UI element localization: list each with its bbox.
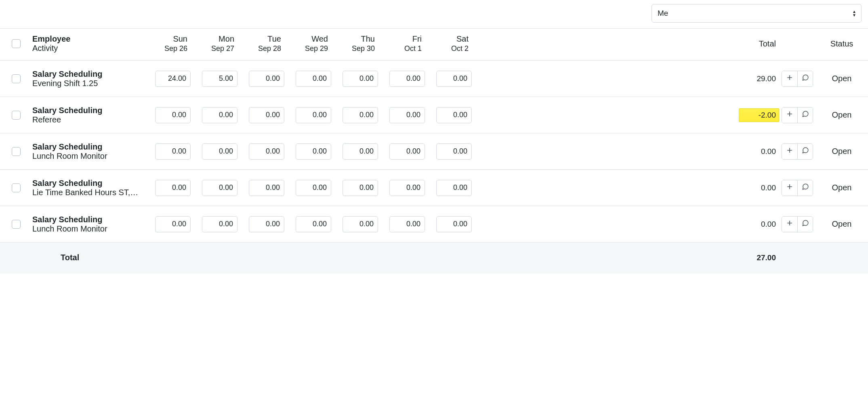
comment-button[interactable]: [797, 144, 813, 159]
add-button[interactable]: [782, 144, 797, 159]
row-actions: [779, 107, 815, 123]
hours-cell: [384, 71, 431, 87]
hours-input[interactable]: [389, 216, 425, 232]
hours-input[interactable]: [202, 71, 237, 87]
hours-input[interactable]: [343, 180, 378, 196]
hours-cell: [196, 216, 243, 232]
employee-filter-select[interactable]: Me ▲▼: [652, 4, 862, 23]
hours-cell: [431, 71, 477, 87]
comment-button[interactable]: [797, 217, 813, 232]
row-actions: [779, 143, 815, 160]
comment-button[interactable]: [797, 71, 813, 86]
hours-input[interactable]: [249, 71, 284, 87]
hours-input[interactable]: [249, 180, 284, 196]
hours-input[interactable]: [343, 107, 378, 123]
table-row: Salary SchedulingLunch Room Monitor0.00O…: [0, 133, 868, 170]
header-dow: Sun: [149, 34, 187, 44]
hours-cell: [149, 216, 196, 232]
comment-icon: [802, 74, 809, 83]
comment-button[interactable]: [797, 107, 813, 123]
row-checkbox[interactable]: [12, 74, 21, 83]
footer-total-value: 27.00: [739, 253, 779, 262]
header-date: Sep 27: [196, 44, 234, 53]
hours-input[interactable]: [296, 180, 331, 196]
hours-input[interactable]: [155, 216, 191, 232]
hours-input[interactable]: [249, 143, 284, 160]
hours-cell: [149, 143, 196, 160]
add-button[interactable]: [782, 107, 797, 123]
hours-cell: [290, 71, 337, 87]
hours-input[interactable]: [436, 71, 472, 87]
hours-input[interactable]: [155, 180, 191, 196]
hours-input[interactable]: [202, 180, 237, 196]
row-checkbox-cell: [0, 183, 32, 192]
hours-input[interactable]: [296, 216, 331, 232]
hours-input[interactable]: [343, 71, 378, 87]
select-all-checkbox[interactable]: [12, 39, 21, 48]
hours-input[interactable]: [249, 107, 284, 123]
plus-icon: [786, 183, 793, 192]
row-activity: Evening Shift 1.25: [32, 79, 145, 88]
row-checkbox[interactable]: [12, 147, 21, 156]
table-row: Salary SchedulingLie Time Banked Hours S…: [0, 170, 868, 206]
hours-input[interactable]: [436, 143, 472, 160]
hours-input[interactable]: [343, 216, 378, 232]
hours-cell: [384, 143, 431, 160]
row-employee: Salary Scheduling: [32, 106, 149, 115]
hours-cell: [337, 216, 384, 232]
hours-input[interactable]: [296, 71, 331, 87]
hours-input[interactable]: [155, 71, 191, 87]
hours-cell: [290, 107, 337, 123]
row-employee: Salary Scheduling: [32, 142, 149, 152]
row-status: Open: [815, 74, 868, 83]
row-name-col: Salary SchedulingLie Time Banked Hours S…: [32, 179, 149, 197]
header-day-sun: Sun Sep 26: [149, 34, 196, 53]
row-checkbox[interactable]: [12, 111, 21, 120]
hours-input[interactable]: [389, 180, 425, 196]
hours-input[interactable]: [296, 107, 331, 123]
hours-cell: [290, 216, 337, 232]
header-date: Oct 1: [384, 44, 422, 53]
hours-input[interactable]: [436, 107, 472, 123]
header-dow: Fri: [384, 34, 422, 44]
table-footer: Total 27.00: [0, 242, 868, 274]
header-employee-col: Employee Activity: [32, 34, 149, 53]
hours-input[interactable]: [343, 143, 378, 160]
hours-input[interactable]: [202, 107, 237, 123]
row-name-col: Salary SchedulingLunch Room Monitor: [32, 142, 149, 161]
row-activity: Lunch Room Monitor: [32, 224, 145, 234]
add-button[interactable]: [782, 180, 797, 196]
hours-input[interactable]: [155, 143, 191, 160]
hours-input[interactable]: [389, 143, 425, 160]
hours-input[interactable]: [202, 216, 237, 232]
comment-button[interactable]: [797, 180, 813, 196]
hours-cell: [431, 143, 477, 160]
row-checkbox[interactable]: [12, 183, 21, 192]
header-date: Sep 28: [243, 44, 281, 53]
row-total: -2.00: [739, 108, 779, 122]
hours-input[interactable]: [249, 216, 284, 232]
header-total-label: Total: [739, 39, 779, 48]
comment-icon: [802, 147, 809, 156]
hours-input[interactable]: [202, 143, 237, 160]
hours-input[interactable]: [155, 107, 191, 123]
header-day-tue: Tue Sep 28: [243, 34, 290, 53]
hours-input[interactable]: [436, 180, 472, 196]
hours-cell: [149, 107, 196, 123]
row-action-group: [782, 107, 813, 123]
hours-input[interactable]: [296, 143, 331, 160]
hours-input[interactable]: [436, 216, 472, 232]
hours-input[interactable]: [389, 107, 425, 123]
row-checkbox[interactable]: [12, 220, 21, 229]
row-employee: Salary Scheduling: [32, 179, 149, 188]
add-button[interactable]: [782, 71, 797, 86]
add-button[interactable]: [782, 217, 797, 232]
hours-cell: [196, 71, 243, 87]
plus-icon: [786, 147, 793, 156]
header-date: Sep 29: [290, 44, 328, 53]
row-status: Open: [815, 219, 868, 229]
hours-input[interactable]: [389, 71, 425, 87]
table-row: Salary SchedulingLunch Room Monitor0.00O…: [0, 206, 868, 242]
row-total: 0.00: [739, 183, 779, 192]
hours-cell: [384, 107, 431, 123]
